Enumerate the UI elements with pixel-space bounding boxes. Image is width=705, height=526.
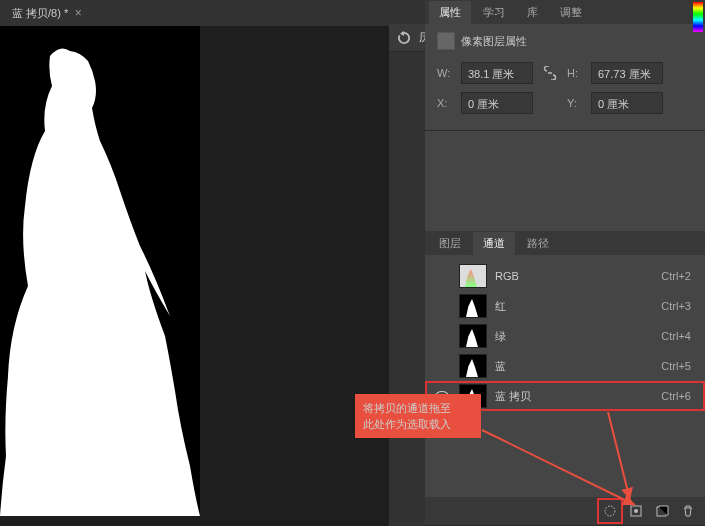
x-label: X: [437,97,455,109]
y-input[interactable]: 0 厘米 [591,92,663,114]
tab-adjustments[interactable]: 调整 [550,1,592,24]
channel-name: 蓝 拷贝 [495,389,643,404]
new-channel-button[interactable] [651,500,673,522]
history-panel-tab[interactable]: 历... [389,24,425,52]
document-canvas [0,26,200,516]
tab-layers[interactable]: 图层 [429,232,471,255]
collapsed-panel-dock: 历... [389,0,425,526]
channel-shortcut: Ctrl+4 [651,330,697,342]
x-input[interactable]: 0 厘米 [461,92,533,114]
channel-name: 蓝 [495,359,643,374]
annotation-tooltip: 将拷贝的通道拖至 此处作为选取载入 [355,394,481,438]
channel-row-0[interactable]: RGBCtrl+2 [425,261,705,291]
channel-thumbnail [459,354,487,378]
channel-shortcut: Ctrl+6 [651,390,697,402]
channel-shortcut: Ctrl+2 [651,270,697,282]
right-panels: 属性 学习 库 调整 像素图层属性 W: 38.1 厘米 H: 67.73 厘 [425,0,705,526]
document-tab[interactable]: 蓝 拷贝/8) * × [8,6,86,21]
tooltip-line2: 此处作为选取载入 [363,416,473,432]
tab-learn[interactable]: 学习 [473,1,515,24]
channel-row-1[interactable]: 红Ctrl+3 [425,291,705,321]
channel-name: 红 [495,299,643,314]
channel-thumbnail [459,294,487,318]
channels-panel: 图层 通道 路径 RGBCtrl+2红Ctrl+3绿Ctrl+4蓝Ctrl+5蓝… [425,231,705,526]
height-input[interactable]: 67.73 厘米 [591,62,663,84]
save-selection-button[interactable] [625,500,647,522]
channel-thumbnail [459,264,487,288]
svg-point-2 [634,509,638,513]
properties-panel: 属性 学习 库 调整 像素图层属性 W: 38.1 厘米 H: 67.73 厘 [425,0,705,131]
tab-properties[interactable]: 属性 [429,1,471,24]
channel-name: RGB [495,270,643,282]
tab-paths[interactable]: 路径 [517,232,559,255]
link-wh-icon[interactable] [539,63,561,83]
load-selection-button[interactable] [599,500,621,522]
channel-thumbnail [459,324,487,348]
delete-channel-button[interactable] [677,500,699,522]
history-icon [397,30,411,46]
channel-row-3[interactable]: 蓝Ctrl+5 [425,351,705,381]
tab-libraries[interactable]: 库 [517,1,548,24]
color-picker-strip[interactable] [693,2,703,32]
channel-shortcut: Ctrl+3 [651,300,697,312]
tab-channels[interactable]: 通道 [473,232,515,255]
channels-footer [425,497,705,525]
width-label: W: [437,67,455,79]
width-input[interactable]: 38.1 厘米 [461,62,533,84]
channel-row-2[interactable]: 绿Ctrl+4 [425,321,705,351]
properties-tabs: 属性 学习 库 调整 [425,0,705,24]
document-title: 蓝 拷贝/8) * [12,6,68,21]
channel-silhouette [0,26,200,516]
tooltip-line1: 将拷贝的通道拖至 [363,400,473,416]
channels-list: RGBCtrl+2红Ctrl+3绿Ctrl+4蓝Ctrl+5蓝 拷贝Ctrl+6 [425,255,705,417]
properties-title: 像素图层属性 [461,34,527,49]
pixel-layer-icon [437,32,455,50]
height-label: H: [567,67,585,79]
channel-name: 绿 [495,329,643,344]
channels-tabs: 图层 通道 路径 [425,231,705,255]
canvas-area: 蓝 拷贝/8) * × [0,0,389,526]
close-icon[interactable]: × [74,9,82,17]
channel-shortcut: Ctrl+5 [651,360,697,372]
y-label: Y: [567,97,585,109]
document-tab-bar: 蓝 拷贝/8) * × [0,0,389,26]
viewport[interactable] [0,26,389,526]
svg-point-0 [605,506,615,516]
panel-gap [425,131,705,231]
